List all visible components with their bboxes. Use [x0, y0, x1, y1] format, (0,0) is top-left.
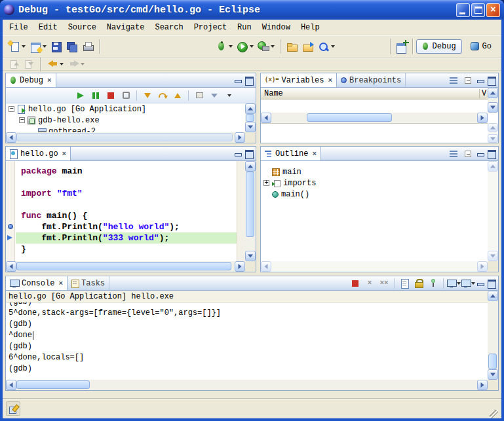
minimize-view-icon[interactable] [476, 149, 486, 158]
step-filters-button[interactable] [208, 89, 221, 101]
code-line[interactable]: package main [16, 166, 237, 177]
resize-grip[interactable] [490, 410, 498, 418]
details-vertical-scrollbar[interactable] [488, 123, 498, 143]
print-button[interactable] [80, 40, 96, 53]
scroll-thumb[interactable] [16, 380, 90, 389]
maximize-view-icon[interactable] [487, 279, 497, 287]
scroll-thumb[interactable] [16, 133, 233, 141]
dropdown-arrow-icon[interactable] [331, 45, 335, 48]
dropdown-arrow-icon[interactable] [43, 45, 47, 48]
terminate-console-button[interactable] [349, 277, 362, 289]
column-header-name[interactable]: Name [261, 89, 479, 98]
editor-horizontal-scrollbar[interactable] [6, 261, 245, 272]
debug-tree[interactable]: −hello.go [Go Application]−gdb-hello.exe… [6, 103, 245, 132]
scroll-thumb[interactable] [246, 114, 254, 122]
debug-launch-button[interactable] [214, 40, 235, 53]
scroll-down-button[interactable] [488, 251, 498, 261]
dropdown-arrow-icon[interactable] [60, 63, 64, 65]
scroll-left-button[interactable] [261, 261, 271, 272]
outline-tree-row[interactable]: main() [261, 189, 488, 200]
previous-annotation-button[interactable] [8, 58, 21, 70]
close-view-icon[interactable]: × [47, 77, 52, 84]
collapse-all-button[interactable] [461, 74, 475, 86]
minimize-view-icon[interactable] [233, 149, 243, 158]
close-view-icon[interactable]: × [328, 77, 332, 84]
scroll-right-button[interactable] [235, 132, 245, 143]
editor-gutter[interactable] [6, 161, 15, 261]
menu-item-source[interactable]: Source [63, 20, 102, 35]
debug-view-tab[interactable]: Debug × [6, 73, 56, 87]
menu-item-search[interactable]: Search [149, 20, 188, 35]
menu-item-project[interactable]: Project [189, 20, 232, 35]
close-view-icon[interactable]: × [58, 280, 63, 287]
remove-launch-button[interactable]: × [363, 277, 376, 289]
variables-horizontal-scrollbar[interactable] [261, 113, 488, 123]
step-return-button[interactable] [171, 89, 184, 101]
disconnect-button[interactable] [119, 89, 132, 101]
debug-vertical-scrollbar[interactable] [245, 103, 256, 132]
resume-button[interactable] [74, 89, 87, 101]
menu-item-edit[interactable]: Edit [33, 20, 63, 35]
console-tab[interactable]: Console × [6, 276, 68, 290]
scroll-thumb[interactable] [488, 354, 497, 369]
outline-tree[interactable]: main+importsmain() [261, 161, 488, 261]
scroll-thumb[interactable] [307, 113, 392, 122]
dropdown-arrow-icon[interactable] [22, 45, 26, 48]
code-line[interactable]: fmt.Println("hello world"); [16, 221, 237, 232]
code-line[interactable]: func main() { [16, 210, 237, 221]
pin-console-button[interactable] [427, 277, 440, 289]
scroll-right-button[interactable] [477, 261, 488, 272]
sort-button[interactable] [447, 147, 460, 160]
tasks-tab[interactable]: Tasks [68, 276, 109, 290]
scroll-left-button[interactable] [261, 113, 271, 123]
save-button[interactable] [48, 40, 64, 53]
remove-all-launches-button[interactable]: ×× [378, 277, 391, 289]
outline-tree-row[interactable]: +imports [261, 177, 488, 189]
new-window-button[interactable] [28, 40, 48, 53]
dropdown-arrow-icon[interactable] [250, 45, 254, 48]
next-annotation-button[interactable] [22, 58, 35, 70]
scroll-left-button[interactable] [6, 132, 16, 143]
variables-tree[interactable] [261, 100, 488, 113]
tree-minus-icon[interactable]: − [9, 106, 14, 112]
scroll-up-button[interactable] [488, 123, 498, 132]
variables-tab[interactable]: (x)= Variables × [261, 73, 337, 87]
perspective-debug-button[interactable]: Debug [416, 39, 462, 54]
menu-item-run[interactable]: Run [232, 20, 257, 35]
dropdown-arrow-icon[interactable] [229, 45, 233, 48]
link-with-editor-button[interactable] [461, 147, 475, 160]
title-bar[interactable]: Debug - testGo/src/cmd/hello.go - Eclips… [0, 0, 504, 20]
clear-console-button[interactable] [398, 277, 411, 289]
editor-tab-hello-go[interactable]: hello.go × [6, 147, 71, 160]
scroll-up-button[interactable] [488, 291, 498, 301]
open-resource-button[interactable] [300, 40, 316, 53]
maximize-view-icon[interactable] [487, 76, 497, 84]
scroll-right-button[interactable] [235, 261, 245, 272]
code-line[interactable] [16, 199, 237, 210]
debug-tree-row[interactable]: gothread-2 [6, 126, 245, 132]
scroll-up-button[interactable] [488, 88, 498, 98]
scroll-down-button[interactable] [245, 122, 256, 132]
console-horizontal-scrollbar[interactable] [6, 380, 488, 390]
step-over-button[interactable] [156, 89, 169, 101]
save-all-button[interactable] [64, 40, 80, 53]
scroll-up-button[interactable] [245, 103, 256, 114]
code-line[interactable]: fmt.Println("333 world"); [16, 232, 237, 244]
step-into-button[interactable] [141, 89, 154, 101]
minimize-view-icon[interactable] [476, 279, 486, 287]
scroll-lock-button[interactable] [412, 277, 425, 289]
code-line[interactable] [16, 177, 237, 188]
scroll-down-button[interactable] [245, 251, 256, 261]
outline-horizontal-scrollbar[interactable] [261, 261, 488, 272]
scroll-thumb[interactable] [246, 172, 254, 237]
debug-tree-row[interactable]: −gdb-hello.exe [6, 115, 245, 126]
code-lines[interactable]: package main import "fmt" func main() { … [16, 161, 237, 261]
external-tools-button[interactable] [256, 40, 277, 53]
debug-horizontal-scrollbar[interactable] [6, 132, 245, 143]
open-perspective-button[interactable] [394, 40, 410, 53]
view-menu-button[interactable] [223, 89, 236, 101]
code-line[interactable]: import "fmt" [16, 188, 237, 199]
dropdown-arrow-icon[interactable] [271, 45, 275, 48]
dropdown-arrow-icon[interactable] [81, 63, 85, 65]
column-header-value[interactable]: V [479, 89, 488, 98]
